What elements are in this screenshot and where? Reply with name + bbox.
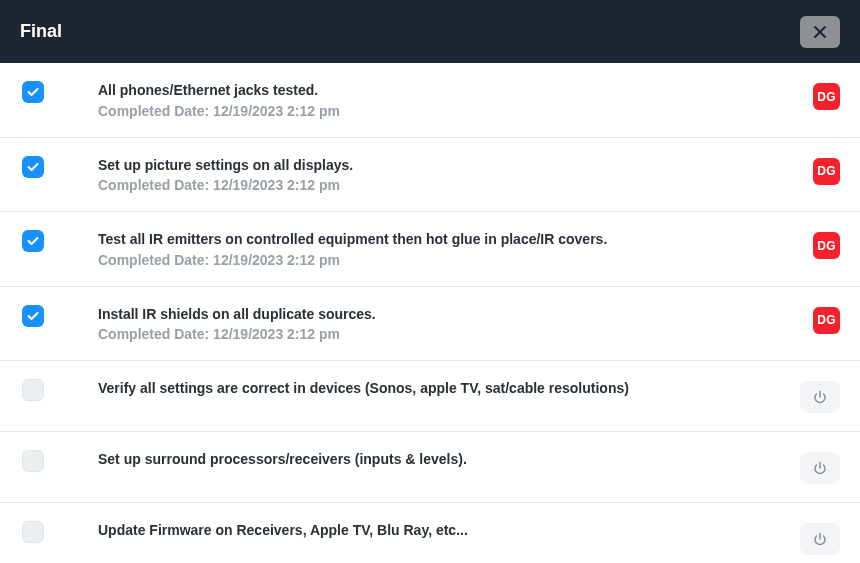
close-icon xyxy=(813,25,827,39)
task-completed-date: Completed Date: 12/19/2023 2:12 pm xyxy=(98,326,813,342)
task-row: Verify all settings are correct in devic… xyxy=(0,361,860,432)
task-content: Install IR shields on all duplicate sour… xyxy=(98,305,813,343)
task-title: Verify all settings are correct in devic… xyxy=(98,379,800,399)
task-row: Update Firmware on Receivers, Apple TV, … xyxy=(0,503,860,563)
close-button[interactable] xyxy=(800,16,840,48)
task-checkbox[interactable] xyxy=(22,379,44,401)
task-title: Test all IR emitters on controlled equip… xyxy=(98,230,813,250)
assignee-badge[interactable]: DG xyxy=(813,83,840,110)
task-title: Set up surround processors/receivers (in… xyxy=(98,450,800,470)
assignee-badge[interactable]: DG xyxy=(813,232,840,259)
task-content: All phones/Ethernet jacks tested.Complet… xyxy=(98,81,813,119)
task-title: Set up picture settings on all displays. xyxy=(98,156,813,176)
task-content: Set up picture settings on all displays.… xyxy=(98,156,813,194)
task-checkbox[interactable] xyxy=(22,156,44,178)
power-icon xyxy=(813,461,827,475)
header: Final xyxy=(0,0,860,63)
power-button[interactable] xyxy=(800,523,840,555)
check-icon xyxy=(27,236,39,246)
task-list: All phones/Ethernet jacks tested.Complet… xyxy=(0,63,860,563)
task-row: Set up surround processors/receivers (in… xyxy=(0,432,860,503)
task-completed-date: Completed Date: 12/19/2023 2:12 pm xyxy=(98,252,813,268)
power-icon xyxy=(813,390,827,404)
task-checkbox[interactable] xyxy=(22,230,44,252)
assignee-badge[interactable]: DG xyxy=(813,158,840,185)
power-icon xyxy=(813,532,827,546)
task-row: Install IR shields on all duplicate sour… xyxy=(0,287,860,362)
task-content: Verify all settings are correct in devic… xyxy=(98,379,800,399)
task-checkbox[interactable] xyxy=(22,305,44,327)
task-checkbox[interactable] xyxy=(22,450,44,472)
power-button[interactable] xyxy=(800,381,840,413)
task-completed-date: Completed Date: 12/19/2023 2:12 pm xyxy=(98,177,813,193)
task-title: All phones/Ethernet jacks tested. xyxy=(98,81,813,101)
task-content: Test all IR emitters on controlled equip… xyxy=(98,230,813,268)
check-icon xyxy=(27,162,39,172)
check-icon xyxy=(27,311,39,321)
task-title: Update Firmware on Receivers, Apple TV, … xyxy=(98,521,800,541)
task-checkbox[interactable] xyxy=(22,81,44,103)
assignee-badge[interactable]: DG xyxy=(813,307,840,334)
power-button[interactable] xyxy=(800,452,840,484)
task-row: Test all IR emitters on controlled equip… xyxy=(0,212,860,287)
task-row: All phones/Ethernet jacks tested.Complet… xyxy=(0,63,860,138)
task-content: Set up surround processors/receivers (in… xyxy=(98,450,800,470)
task-checkbox[interactable] xyxy=(22,521,44,543)
task-completed-date: Completed Date: 12/19/2023 2:12 pm xyxy=(98,103,813,119)
task-row: Set up picture settings on all displays.… xyxy=(0,138,860,213)
task-title: Install IR shields on all duplicate sour… xyxy=(98,305,813,325)
check-icon xyxy=(27,87,39,97)
task-content: Update Firmware on Receivers, Apple TV, … xyxy=(98,521,800,541)
page-title: Final xyxy=(20,21,62,42)
